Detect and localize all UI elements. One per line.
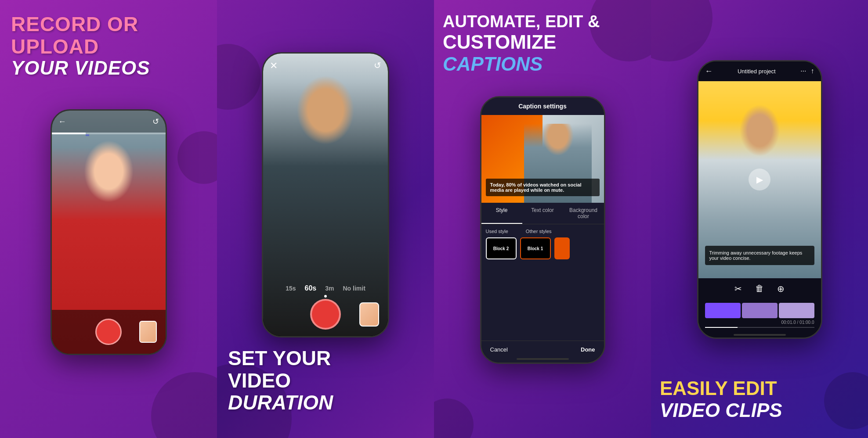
decorative-blob — [177, 131, 217, 184]
header-action-icons: ··· ↑ — [800, 67, 814, 75]
caption-footer: Cancel Done — [481, 341, 604, 358]
phone-screen-3: Caption settings Today, 80% of videos wa… — [481, 97, 604, 363]
heading-line3: DURATION — [228, 391, 333, 414]
split-tool-icon[interactable]: ⊕ — [777, 284, 785, 294]
caption-styles-row: Block 2 Block 1 — [486, 237, 600, 259]
tab-text-color[interactable]: Text color — [522, 203, 563, 224]
panel-duration: ✕ ↺ 15s 60s 3m No limit SET YOUR VIDEO D… — [217, 0, 434, 438]
panel-record-upload: RECORD OR UPLOAD YOUR VIDEOS ← ↺ — [0, 0, 217, 438]
decorative-blob — [651, 0, 712, 61]
timeline-scrubber[interactable] — [705, 327, 814, 328]
edit-video-preview: ▶ Trimming away unnecessary footage keep… — [698, 81, 821, 278]
caption-settings-title: Caption settings — [518, 103, 567, 110]
project-title: Untitled project — [738, 68, 776, 75]
decorative-blob — [217, 44, 261, 110]
camera-top-bar: ← ↺ — [52, 111, 166, 133]
heading-line2: UPLOAD — [11, 36, 150, 58]
phone-screen-2: ✕ ↺ 15s 60s 3m No limit — [263, 54, 388, 336]
heading-line3: CAPTIONS — [443, 53, 600, 75]
edit-ui: ← Untitled project ··· ↑ ▶ Trimming away… — [698, 61, 821, 337]
progress-fill — [52, 133, 86, 134]
home-indicator — [734, 334, 786, 336]
edit-tools-row: ✂ 🗑 ⊕ — [698, 278, 821, 299]
heading-line1: RECORD OR — [11, 13, 150, 36]
edit-caption-text: Trimming away unnecessary footage keeps … — [705, 246, 814, 265]
refresh-icon[interactable]: ↺ — [152, 117, 159, 126]
phone-screen-4: ← Untitled project ··· ↑ ▶ Trimming away… — [698, 61, 821, 337]
phone-screen-1: ← ↺ — [52, 111, 166, 354]
scrubber-fill — [705, 327, 738, 328]
heading-line1: EASILY EDIT — [660, 377, 782, 399]
caption-style-tabs: Style Text color Background color — [481, 203, 604, 224]
decorative-blob — [151, 372, 217, 438]
timeline-clip-1[interactable] — [705, 303, 741, 318]
duration-indicator-dot — [324, 295, 327, 298]
record-button[interactable] — [95, 319, 122, 345]
play-button[interactable]: ▶ — [749, 169, 770, 190]
timeline-clips — [705, 303, 814, 318]
heading-line1: AUTOMATE, EDIT & — [443, 12, 600, 31]
delete-tool-icon[interactable]: 🗑 — [755, 284, 764, 294]
back-icon[interactable]: ← — [58, 117, 66, 126]
other-styles-label: Other styles — [526, 229, 552, 234]
close-icon[interactable]: ✕ — [270, 60, 278, 72]
styles-row-labels: Used style Other styles — [486, 229, 600, 234]
phone-frame-3: Caption settings Today, 80% of videos wa… — [480, 96, 605, 364]
done-button[interactable]: Done — [581, 346, 595, 353]
duration-60s[interactable]: 60s — [305, 284, 317, 292]
record-button-large[interactable] — [310, 299, 341, 330]
recording-progress — [52, 133, 166, 134]
duration-nolimit[interactable]: No limit — [343, 285, 365, 292]
progress-segment — [86, 134, 89, 136]
heading-line2: VIDEO CLIPS — [660, 399, 782, 421]
tab-bg-color[interactable]: Background color — [563, 203, 604, 224]
heading-line1: SET YOUR — [228, 347, 333, 370]
panel-edit: ← Untitled project ··· ↑ ▶ Trimming away… — [651, 0, 868, 438]
timeline-clip-3[interactable] — [779, 303, 814, 318]
timeline-time-display: 00:01.0 / 01:00.0 — [705, 320, 814, 325]
style-block1[interactable]: Block 1 — [520, 237, 551, 259]
panel-captions: AUTOMATE, EDIT & CUSTOMIZE CAPTIONS Capt… — [434, 0, 651, 438]
gallery-thumbnail[interactable] — [139, 321, 157, 343]
flip-camera-icon[interactable]: ↺ — [374, 60, 381, 71]
camera-bottom-bar — [52, 310, 166, 354]
style-block-orange[interactable] — [554, 237, 570, 259]
style-block2[interactable]: Block 2 — [486, 237, 517, 259]
panel-3-heading: AUTOMATE, EDIT & CUSTOMIZE CAPTIONS — [443, 12, 600, 75]
cut-tool-icon[interactable]: ✂ — [734, 284, 742, 294]
caption-settings-header: Caption settings — [481, 97, 604, 115]
duration-3m[interactable]: 3m — [325, 285, 334, 292]
caption-video-preview: Today, 80% of videos watched on social m… — [481, 115, 604, 203]
heading-line2: VIDEO — [228, 370, 333, 392]
duration-selector: 15s 60s 3m No limit — [263, 284, 388, 292]
tab-style[interactable]: Style — [481, 203, 522, 224]
caption-styles-section: Used style Other styles Block 2 Block 1 — [481, 224, 604, 341]
decorative-blob — [434, 399, 474, 438]
heading-line3: YOUR VIDEOS — [11, 57, 150, 79]
share-icon[interactable]: ↑ — [811, 67, 814, 75]
phone-frame-4: ← Untitled project ··· ↑ ▶ Trimming away… — [697, 60, 822, 339]
caption-settings-ui: Caption settings Today, 80% of videos wa… — [481, 97, 604, 363]
cancel-button[interactable]: Cancel — [490, 346, 508, 353]
home-indicator — [517, 358, 569, 360]
edit-header: ← Untitled project ··· ↑ — [698, 61, 821, 81]
decorative-blob — [824, 372, 868, 429]
phone-frame-2: ✕ ↺ 15s 60s 3m No limit — [262, 52, 389, 337]
edit-timeline[interactable]: 00:01.0 / 01:00.0 — [698, 299, 821, 331]
used-style-label: Used style — [486, 229, 508, 234]
panel-2-heading: SET YOUR VIDEO DURATION — [228, 347, 333, 414]
back-icon[interactable]: ← — [705, 67, 713, 76]
caption-overlay-text: Today, 80% of videos watched on social m… — [486, 179, 600, 196]
heading-line2: CUSTOMIZE — [443, 31, 600, 53]
more-options-icon[interactable]: ··· — [800, 67, 806, 75]
video-preview-person — [263, 54, 388, 336]
gallery-thumbnail[interactable] — [359, 302, 379, 327]
panel-1-heading: RECORD OR UPLOAD YOUR VIDEOS — [11, 13, 150, 79]
duration-15s[interactable]: 15s — [286, 285, 296, 292]
timeline-clip-2[interactable] — [742, 303, 778, 318]
panel-4-heading: EASILY EDIT VIDEO CLIPS — [660, 377, 782, 421]
phone-frame-1: ← ↺ — [51, 109, 167, 355]
